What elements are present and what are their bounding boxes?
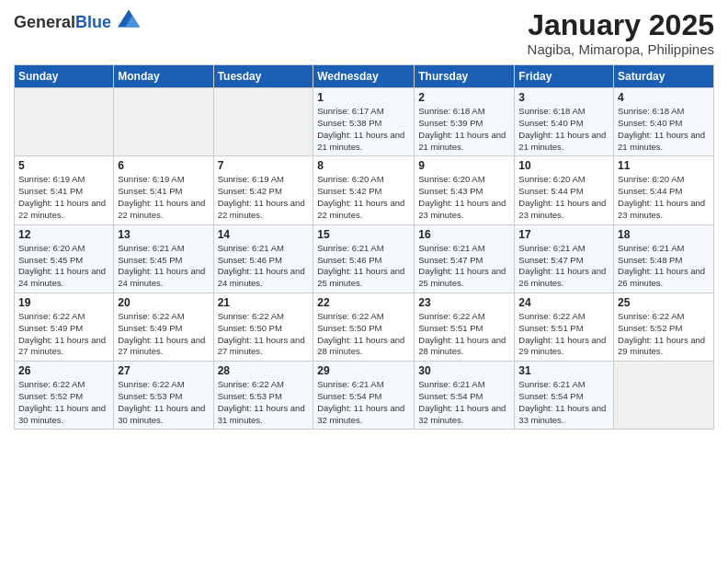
calendar-cell: 8Sunrise: 6:20 AMSunset: 5:42 PMDaylight…	[313, 156, 415, 224]
calendar-cell: 29Sunrise: 6:21 AMSunset: 5:54 PMDayligh…	[313, 362, 415, 430]
day-number: 24	[518, 296, 609, 309]
day-info: Sunrise: 6:22 AMSunset: 5:53 PMDaylight:…	[118, 379, 209, 426]
calendar-cell: 25Sunrise: 6:22 AMSunset: 5:52 PMDayligh…	[614, 293, 714, 361]
day-number: 2	[418, 91, 510, 104]
day-number: 28	[218, 364, 310, 377]
day-number: 14	[218, 228, 310, 241]
day-info: Sunrise: 6:20 AMSunset: 5:43 PMDaylight:…	[418, 174, 510, 221]
day-info: Sunrise: 6:21 AMSunset: 5:54 PMDaylight:…	[518, 379, 609, 426]
day-info: Sunrise: 6:21 AMSunset: 5:46 PMDaylight:…	[218, 243, 310, 290]
calendar-week-5: 26Sunrise: 6:22 AMSunset: 5:52 PMDayligh…	[15, 362, 714, 430]
day-number: 26	[18, 364, 109, 377]
day-info: Sunrise: 6:19 AMSunset: 5:41 PMDaylight:…	[18, 174, 109, 221]
page-title: January 2025	[528, 9, 714, 41]
logo: GeneralBlue	[14, 13, 140, 32]
day-info: Sunrise: 6:22 AMSunset: 5:50 PMDaylight:…	[218, 311, 310, 358]
day-info: Sunrise: 6:18 AMSunset: 5:40 PMDaylight:…	[518, 106, 609, 153]
day-number: 11	[618, 159, 710, 172]
calendar-cell: 4Sunrise: 6:18 AMSunset: 5:40 PMDaylight…	[614, 88, 714, 156]
day-number: 27	[118, 364, 209, 377]
day-number: 13	[118, 228, 209, 241]
day-info: Sunrise: 6:21 AMSunset: 5:54 PMDaylight:…	[317, 379, 410, 426]
calendar-cell: 27Sunrise: 6:22 AMSunset: 5:53 PMDayligh…	[114, 362, 213, 430]
day-info: Sunrise: 6:17 AMSunset: 5:38 PMDaylight:…	[317, 106, 410, 153]
calendar-cell: 30Sunrise: 6:21 AMSunset: 5:54 PMDayligh…	[415, 362, 515, 430]
calendar-cell: 24Sunrise: 6:22 AMSunset: 5:51 PMDayligh…	[515, 293, 614, 361]
calendar-cell: 13Sunrise: 6:21 AMSunset: 5:45 PMDayligh…	[114, 224, 213, 293]
calendar-cell: 14Sunrise: 6:21 AMSunset: 5:46 PMDayligh…	[213, 224, 313, 293]
day-number: 15	[317, 228, 410, 241]
day-info: Sunrise: 6:22 AMSunset: 5:51 PMDaylight:…	[418, 311, 510, 358]
calendar-cell: 2Sunrise: 6:18 AMSunset: 5:39 PMDaylight…	[415, 88, 515, 156]
calendar-cell	[614, 362, 714, 430]
day-number: 4	[618, 91, 710, 104]
day-info: Sunrise: 6:22 AMSunset: 5:52 PMDaylight:…	[18, 379, 109, 426]
calendar-cell: 3Sunrise: 6:18 AMSunset: 5:40 PMDaylight…	[515, 88, 614, 156]
day-number: 21	[218, 296, 310, 309]
calendar-week-3: 12Sunrise: 6:20 AMSunset: 5:45 PMDayligh…	[15, 224, 714, 293]
calendar-cell	[114, 88, 213, 156]
day-info: Sunrise: 6:20 AMSunset: 5:44 PMDaylight:…	[518, 174, 609, 221]
calendar-header-row: SundayMondayTuesdayWednesdayThursdayFrid…	[15, 65, 714, 88]
calendar-cell: 31Sunrise: 6:21 AMSunset: 5:54 PMDayligh…	[515, 362, 614, 430]
calendar-cell: 10Sunrise: 6:20 AMSunset: 5:44 PMDayligh…	[515, 156, 614, 224]
day-number: 7	[218, 159, 310, 172]
day-info: Sunrise: 6:20 AMSunset: 5:42 PMDaylight:…	[317, 174, 410, 221]
calendar-header-sunday: Sunday	[15, 65, 114, 88]
calendar-cell: 1Sunrise: 6:17 AMSunset: 5:38 PMDaylight…	[313, 88, 415, 156]
calendar-week-1: 1Sunrise: 6:17 AMSunset: 5:38 PMDaylight…	[15, 88, 714, 156]
day-info: Sunrise: 6:22 AMSunset: 5:52 PMDaylight:…	[618, 311, 710, 358]
day-number: 23	[418, 296, 510, 309]
calendar-cell: 28Sunrise: 6:22 AMSunset: 5:53 PMDayligh…	[213, 362, 313, 430]
header: GeneralBlue January 2025 Nagiba, Mimarop…	[14, 9, 714, 57]
day-info: Sunrise: 6:22 AMSunset: 5:49 PMDaylight:…	[118, 311, 209, 358]
day-info: Sunrise: 6:19 AMSunset: 5:42 PMDaylight:…	[218, 174, 310, 221]
logo-icon	[118, 9, 140, 28]
day-number: 8	[317, 159, 410, 172]
day-number: 9	[418, 159, 510, 172]
page-subtitle: Nagiba, Mimaropa, Philippines	[528, 41, 714, 57]
day-number: 6	[118, 159, 209, 172]
day-number: 3	[518, 91, 609, 104]
day-info: Sunrise: 6:20 AMSunset: 5:45 PMDaylight:…	[18, 243, 109, 290]
calendar-cell: 7Sunrise: 6:19 AMSunset: 5:42 PMDaylight…	[213, 156, 313, 224]
calendar-cell: 26Sunrise: 6:22 AMSunset: 5:52 PMDayligh…	[15, 362, 114, 430]
calendar-cell: 6Sunrise: 6:19 AMSunset: 5:41 PMDaylight…	[114, 156, 213, 224]
calendar-header-wednesday: Wednesday	[313, 65, 415, 88]
title-block: January 2025 Nagiba, Mimaropa, Philippin…	[528, 9, 714, 57]
calendar-week-2: 5Sunrise: 6:19 AMSunset: 5:41 PMDaylight…	[15, 156, 714, 224]
day-info: Sunrise: 6:21 AMSunset: 5:48 PMDaylight:…	[618, 243, 710, 290]
day-info: Sunrise: 6:21 AMSunset: 5:54 PMDaylight:…	[418, 379, 510, 426]
day-info: Sunrise: 6:18 AMSunset: 5:40 PMDaylight:…	[618, 106, 710, 153]
calendar-cell	[15, 88, 114, 156]
day-number: 30	[418, 364, 510, 377]
calendar-cell: 15Sunrise: 6:21 AMSunset: 5:46 PMDayligh…	[313, 224, 415, 293]
calendar-header-saturday: Saturday	[614, 65, 714, 88]
calendar-cell	[213, 88, 313, 156]
day-number: 5	[18, 159, 109, 172]
logo-general-text: General	[14, 13, 75, 31]
day-number: 10	[518, 159, 609, 172]
day-info: Sunrise: 6:22 AMSunset: 5:51 PMDaylight:…	[518, 311, 609, 358]
calendar-cell: 21Sunrise: 6:22 AMSunset: 5:50 PMDayligh…	[213, 293, 313, 361]
calendar-cell: 11Sunrise: 6:20 AMSunset: 5:44 PMDayligh…	[614, 156, 714, 224]
day-number: 16	[418, 228, 510, 241]
calendar-cell: 16Sunrise: 6:21 AMSunset: 5:47 PMDayligh…	[415, 224, 515, 293]
day-info: Sunrise: 6:21 AMSunset: 5:45 PMDaylight:…	[118, 243, 209, 290]
day-info: Sunrise: 6:21 AMSunset: 5:47 PMDaylight:…	[518, 243, 609, 290]
calendar-cell: 18Sunrise: 6:21 AMSunset: 5:48 PMDayligh…	[614, 224, 714, 293]
day-number: 22	[317, 296, 410, 309]
calendar-header-monday: Monday	[114, 65, 213, 88]
day-number: 29	[317, 364, 410, 377]
calendar-header-friday: Friday	[515, 65, 614, 88]
day-info: Sunrise: 6:21 AMSunset: 5:46 PMDaylight:…	[317, 243, 410, 290]
calendar-header-tuesday: Tuesday	[213, 65, 313, 88]
day-info: Sunrise: 6:18 AMSunset: 5:39 PMDaylight:…	[418, 106, 510, 153]
day-number: 12	[18, 228, 109, 241]
day-info: Sunrise: 6:19 AMSunset: 5:41 PMDaylight:…	[118, 174, 209, 221]
calendar-cell: 5Sunrise: 6:19 AMSunset: 5:41 PMDaylight…	[15, 156, 114, 224]
day-info: Sunrise: 6:21 AMSunset: 5:47 PMDaylight:…	[418, 243, 510, 290]
day-info: Sunrise: 6:20 AMSunset: 5:44 PMDaylight:…	[618, 174, 710, 221]
calendar-header-thursday: Thursday	[415, 65, 515, 88]
day-number: 25	[618, 296, 710, 309]
